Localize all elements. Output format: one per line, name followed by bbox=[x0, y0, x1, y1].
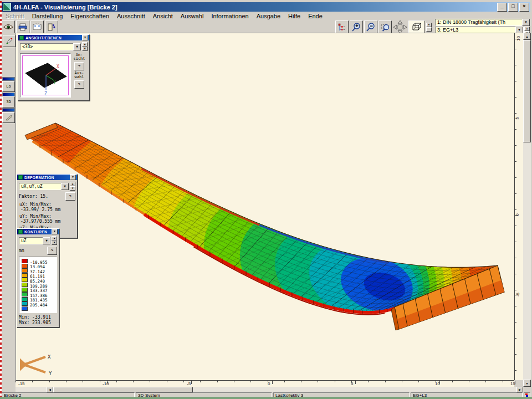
horizontal-scrollbar[interactable]: ◀ ▶ bbox=[16, 387, 523, 392]
panel-konturen[interactable]: KONTUREN ▾ uZ ▼ ▲▼ mm ↷ -10.95513.09437.… bbox=[17, 228, 59, 328]
panel-titlebar[interactable]: DEFORMATION ▾ bbox=[17, 175, 77, 180]
desktop-edge bbox=[0, 397, 532, 399]
legend-swatch bbox=[22, 273, 28, 278]
panel-collapse-button[interactable]: ▾ bbox=[70, 175, 76, 180]
maximize-button[interactable]: □ bbox=[508, 3, 518, 12]
svg-text:X: X bbox=[57, 64, 59, 69]
annotate-pen-button[interactable] bbox=[3, 35, 16, 47]
axis-x-label: X bbox=[48, 354, 51, 360]
load-combo-value: 3: EG+L3 bbox=[436, 27, 515, 33]
menu-item-auswahl[interactable]: Auswahl bbox=[177, 12, 208, 20]
kontur-combo[interactable]: uZ ▼ bbox=[19, 237, 51, 244]
panel-collapse-button[interactable]: ▾ bbox=[52, 229, 58, 234]
chevron-down-icon[interactable]: ▼ bbox=[522, 19, 530, 26]
hscroll-thumb[interactable] bbox=[53, 387, 193, 392]
mini-panel-legend[interactable]: Lo bbox=[2, 77, 15, 92]
scroll-right-icon[interactable]: ▶ bbox=[516, 387, 523, 392]
structure-tree-icon bbox=[337, 23, 346, 32]
axes-tool-icon[interactable]: Lo bbox=[2, 81, 15, 92]
legend-swatch bbox=[22, 288, 28, 292]
panel-title: DEFORMATION bbox=[24, 176, 54, 180]
zoom-out-icon bbox=[366, 22, 376, 32]
scroll-left-icon[interactable]: ◀ bbox=[47, 387, 53, 392]
menu-item-hilfe[interactable]: Hilfe bbox=[284, 12, 304, 20]
view-spinner[interactable]: ▲▼ bbox=[82, 42, 88, 51]
threed-tool-icon[interactable]: 3D bbox=[2, 96, 15, 108]
window-title: 4H-ALFA - Visualisierung [Brücke 2] bbox=[13, 4, 117, 11]
deformation-combo[interactable]: uX,uY,uZ ▼ bbox=[19, 183, 69, 190]
apply-selection-button[interactable]: ↷ bbox=[74, 80, 84, 89]
loadcase-combo-value: 1: DIN 18800 Tragfähigkeit (Th bbox=[436, 19, 522, 25]
panel-ansicht-ebenen[interactable]: ANSICHT/EBENEN ▾ <3D> ▼ ▲▼ X Y Z bbox=[18, 34, 90, 101]
close-button[interactable]: × bbox=[519, 3, 529, 12]
menu-item-ende[interactable]: Ende bbox=[304, 12, 326, 20]
axis-indicator: X Y bbox=[20, 350, 59, 379]
print-button[interactable] bbox=[16, 21, 29, 34]
panel-collapse-button[interactable]: ▾ bbox=[82, 35, 88, 40]
view-eye-button[interactable] bbox=[2, 21, 15, 34]
menu-item-ansicht[interactable]: Ansicht bbox=[149, 12, 177, 20]
loadcase-combo[interactable]: 1: DIN 18800 Tragfähigkeit (Th ▼ bbox=[435, 19, 530, 26]
title-bar[interactable]: 4H-ALFA - Visualisierung [Brücke 2] _ □ … bbox=[2, 2, 530, 12]
auswahl-label: Aus- wahl bbox=[75, 71, 84, 79]
view-cube-spinner[interactable]: ▼ bbox=[426, 23, 432, 32]
legend-swatch bbox=[22, 264, 28, 268]
chevron-down-icon[interactable]: ▼ bbox=[43, 237, 50, 244]
mini-panel-titlebar[interactable] bbox=[2, 108, 15, 112]
chevron-down-icon[interactable]: ▼ bbox=[61, 183, 69, 190]
deformation-spinner[interactable]: ▲▼ bbox=[70, 182, 75, 191]
apply-unit-button[interactable]: ↷ bbox=[47, 247, 57, 255]
view-select-value: <3D> bbox=[21, 44, 73, 49]
mini-panel-titlebar[interactable] bbox=[2, 93, 15, 96]
pan-pad[interactable] bbox=[393, 20, 407, 34]
kontur-combo-value: uZ bbox=[19, 238, 43, 243]
zoom-out-button[interactable] bbox=[364, 21, 377, 34]
vertical-scrollbar[interactable]: ▲ ▼ bbox=[523, 33, 531, 387]
legend-swatch bbox=[22, 268, 28, 273]
chevron-down-icon[interactable]: ▼ bbox=[73, 43, 81, 50]
model-preview[interactable]: X Y Z bbox=[20, 53, 71, 98]
legend-swatch bbox=[22, 306, 28, 311]
panel-titlebar[interactable]: KONTUREN ▾ bbox=[17, 229, 59, 234]
menu-item-ausgabe[interactable]: Ausgabe bbox=[253, 12, 284, 20]
kontur-spinner[interactable]: ▲▼ bbox=[52, 236, 57, 245]
scroll-up-icon[interactable]: ▲ bbox=[523, 33, 531, 40]
menu-item-darstellung[interactable]: Darstellung bbox=[28, 12, 67, 20]
menu-item-eigenschaften[interactable]: Eigenschaften bbox=[66, 12, 113, 20]
menu-item-ausschnitt[interactable]: Ausschnitt bbox=[113, 12, 149, 20]
model-viewport[interactable]: X Y bbox=[16, 33, 514, 380]
bridge-deformation-model[interactable] bbox=[16, 33, 514, 380]
legend-swatch bbox=[22, 283, 28, 287]
vscroll-thumb[interactable] bbox=[523, 40, 531, 142]
view-cube-button[interactable] bbox=[408, 21, 425, 34]
scroll-down-icon[interactable]: ▼ bbox=[523, 380, 531, 387]
unit-label: mm bbox=[19, 248, 24, 253]
left-tool-strip: Lo 3D bbox=[2, 33, 16, 392]
axis-y-label: Y bbox=[49, 371, 52, 376]
mini-panel-titlebar[interactable] bbox=[2, 77, 15, 81]
pan-pad-icon bbox=[393, 20, 407, 34]
menu-item-informationen[interactable]: Informationen bbox=[207, 12, 252, 20]
legend-min: Min: -33.911 bbox=[19, 315, 57, 320]
window-left-edge bbox=[0, 1, 2, 399]
legend-max: Max: 233.905 bbox=[19, 320, 57, 326]
panel-title: KONTUREN bbox=[24, 230, 47, 234]
panel-titlebar[interactable]: ANSICHT/EBENEN ▾ bbox=[18, 35, 89, 40]
apply-view-button[interactable]: ↷ bbox=[74, 62, 84, 70]
menu-item-schnitt: Schnitt bbox=[2, 12, 28, 20]
apply-faktor-button[interactable]: ↷ bbox=[65, 192, 75, 201]
zoom-in-button[interactable] bbox=[350, 21, 363, 34]
ruler-label: -10 bbox=[103, 381, 109, 386]
mini-panel-measure[interactable] bbox=[2, 108, 15, 123]
minimize-button[interactable]: _ bbox=[497, 3, 507, 12]
exit-button[interactable] bbox=[45, 21, 58, 34]
panel-icon bbox=[18, 229, 23, 234]
faktor-label: Faktor: 15. bbox=[19, 194, 48, 199]
ruler-label: 15 bbox=[510, 381, 515, 386]
zoom-window-button[interactable] bbox=[378, 21, 392, 34]
measure-tool-icon[interactable] bbox=[2, 112, 15, 123]
structure-tree-button[interactable] bbox=[335, 21, 349, 34]
view-select-combo[interactable]: <3D> ▼ bbox=[20, 43, 81, 50]
help-book-button[interactable] bbox=[30, 21, 44, 34]
mini-panel-3d[interactable]: 3D bbox=[2, 93, 15, 108]
